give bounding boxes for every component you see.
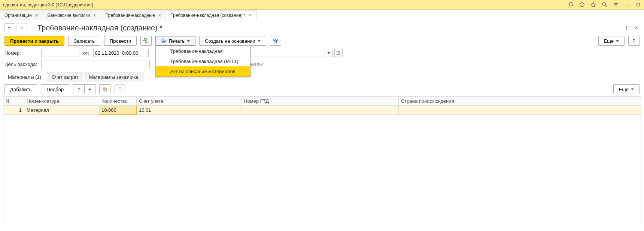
minimize-icon[interactable] bbox=[624, 2, 630, 8]
app-title: едприятия, редакция 3.0 (1С:Предприятие) bbox=[3, 2, 93, 8]
grid-empty-area[interactable] bbox=[3, 115, 641, 227]
add-row-button[interactable]: Добавить bbox=[4, 84, 37, 94]
tab-label: Требование-накладная (создание) * bbox=[171, 13, 246, 18]
document-tabs: Организации ✕ Банковские выписки ✕ Требо… bbox=[0, 10, 644, 20]
col-account[interactable]: Счет учета bbox=[137, 97, 242, 106]
table-row[interactable]: 1 Материал 10,000 10.01 bbox=[3, 106, 641, 115]
chevron-down-icon bbox=[258, 40, 261, 42]
tab-organizations[interactable]: Организации ✕ bbox=[0, 10, 43, 20]
print-label: Печать bbox=[168, 38, 185, 44]
paste-button[interactable] bbox=[114, 84, 125, 94]
titlebar: едприятия, редакция 3.0 (1С:Предприятие) bbox=[0, 0, 644, 10]
print-menu-item-m11[interactable]: Требование-накладная (М-11) bbox=[156, 56, 250, 66]
close-icon[interactable]: ✕ bbox=[249, 13, 252, 18]
purpose-input[interactable] bbox=[41, 60, 150, 68]
tab-label: Требования-накладные bbox=[106, 13, 155, 18]
chevron-down-icon bbox=[187, 40, 190, 42]
bell-icon[interactable] bbox=[568, 2, 574, 8]
tab-bank-statements[interactable]: Банковские выписки ✕ bbox=[43, 10, 101, 20]
chevron-down-icon bbox=[327, 52, 330, 54]
cell-gtd[interactable] bbox=[242, 106, 399, 115]
close-icon[interactable]: ✕ bbox=[93, 13, 96, 18]
printer-icon bbox=[161, 38, 166, 44]
col-n[interactable]: N bbox=[3, 97, 24, 106]
org-dropdown-button[interactable] bbox=[325, 49, 333, 57]
grid-more-label: Еще bbox=[619, 87, 629, 92]
materials-grid[interactable]: N Номенклатура Количество Счет учета Ном… bbox=[3, 96, 641, 115]
svg-point-2 bbox=[602, 3, 605, 6]
chevron-down-icon bbox=[631, 88, 634, 90]
purpose-label: Цель расхода: bbox=[4, 62, 39, 67]
chevron-down-icon bbox=[616, 40, 619, 42]
col-country[interactable]: Страна происхождения bbox=[399, 97, 635, 106]
more-label: Еще bbox=[604, 38, 614, 44]
menu-tools-icon[interactable] bbox=[613, 2, 619, 8]
write-button[interactable]: Записать bbox=[68, 36, 100, 46]
nav-back-button[interactable] bbox=[4, 23, 15, 32]
pick-button[interactable]: Подбор bbox=[41, 84, 69, 94]
svg-point-13 bbox=[626, 29, 627, 30]
page-title: Требование-накладная (создание) * bbox=[37, 24, 162, 32]
col-nomenclature[interactable]: Номенклатура bbox=[24, 97, 99, 106]
post-button[interactable]: Провести bbox=[104, 36, 137, 46]
close-panel-icon[interactable] bbox=[634, 25, 640, 31]
svg-line-3 bbox=[605, 5, 607, 7]
tab-demand-create[interactable]: Требование-накладная (создание) * ✕ bbox=[166, 10, 257, 20]
svg-rect-20 bbox=[276, 39, 277, 40]
maximize-icon[interactable] bbox=[635, 2, 641, 8]
help-button[interactable]: ? bbox=[628, 36, 640, 46]
print-menu-item-writeoff-act[interactable]: Акт на списание материалов bbox=[156, 66, 250, 76]
move-up-button[interactable] bbox=[73, 84, 84, 94]
print-menu-item-demand[interactable]: Требование-накладная bbox=[156, 46, 250, 56]
create-on-basis-button[interactable]: Создать на основании bbox=[199, 36, 266, 46]
kebab-icon[interactable] bbox=[624, 25, 630, 31]
svg-rect-19 bbox=[274, 39, 275, 40]
svg-rect-21 bbox=[275, 41, 276, 43]
grid-more-button[interactable]: Еще bbox=[613, 84, 640, 94]
tab-demands[interactable]: Требования-накладные ✕ bbox=[101, 10, 166, 20]
from-label: от: bbox=[83, 50, 89, 56]
number-input[interactable] bbox=[41, 49, 79, 57]
cell-account[interactable]: 10.01 bbox=[137, 106, 242, 115]
date-input[interactable] bbox=[93, 49, 149, 57]
subtab-materials[interactable]: Материалы (1) bbox=[3, 72, 46, 82]
svg-rect-8 bbox=[637, 3, 640, 6]
number-label: Номер: bbox=[4, 50, 39, 56]
tab-label: Организации bbox=[4, 13, 32, 18]
detail-subtabs: Материалы (1) Счет затрат Материалы зака… bbox=[3, 72, 641, 82]
cell-nomenclature[interactable]: Материал bbox=[24, 106, 99, 115]
print-dropdown-menu: Требование-накладная Требование-накладна… bbox=[155, 46, 250, 77]
nav-forward-button[interactable] bbox=[16, 23, 27, 32]
org-open-button[interactable] bbox=[334, 49, 343, 57]
move-down-button[interactable] bbox=[84, 84, 95, 94]
print-button[interactable]: Печать bbox=[155, 36, 195, 46]
close-icon[interactable]: ✕ bbox=[158, 13, 161, 18]
debit-credit-button[interactable]: Дт Кт bbox=[140, 36, 152, 46]
col-quantity[interactable]: Количество bbox=[99, 97, 137, 106]
more-button[interactable]: Еще bbox=[598, 36, 625, 46]
subtab-cost-account[interactable]: Счет затрат bbox=[47, 72, 83, 82]
tab-label: Банковские выписки bbox=[48, 13, 90, 18]
history-icon[interactable] bbox=[579, 2, 585, 8]
col-scroll-gutter bbox=[635, 97, 641, 106]
svg-marker-1 bbox=[591, 2, 596, 7]
cell-n[interactable]: 1 bbox=[3, 106, 24, 115]
close-icon[interactable]: ✕ bbox=[35, 13, 38, 18]
cell-quantity[interactable]: 10,000 bbox=[99, 106, 137, 115]
search-icon[interactable] bbox=[601, 2, 607, 8]
svg-rect-26 bbox=[103, 88, 106, 90]
svg-point-12 bbox=[626, 27, 627, 28]
svg-point-11 bbox=[626, 26, 627, 27]
copy-button[interactable] bbox=[99, 84, 110, 94]
structure-button[interactable] bbox=[270, 36, 281, 46]
dtkt-icon: Дт Кт bbox=[143, 38, 149, 44]
star-icon[interactable] bbox=[590, 2, 596, 8]
create-on-basis-label: Создать на основании bbox=[205, 38, 255, 44]
col-gtd[interactable]: Номер ГТД bbox=[242, 97, 399, 106]
svg-rect-25 bbox=[104, 88, 107, 91]
cell-country[interactable] bbox=[399, 106, 635, 115]
post-and-close-button[interactable]: Провести и закрыть bbox=[4, 36, 64, 46]
subtab-customer-materials[interactable]: Материалы заказчика bbox=[84, 72, 143, 82]
